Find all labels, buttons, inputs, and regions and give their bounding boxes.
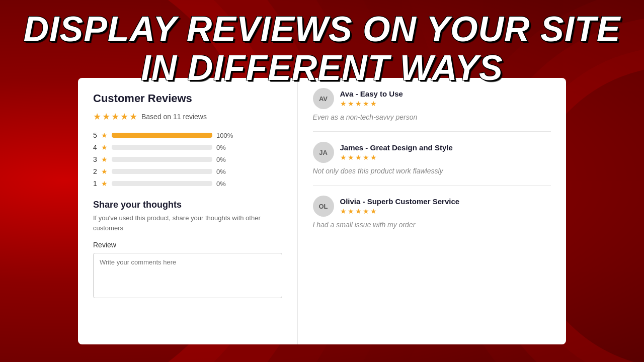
star: ★ [348,100,354,108]
bar-pct-2: 0% [216,168,234,175]
bar-label-1: 1 [93,179,97,188]
bar-pct-4: 0% [216,144,234,151]
bar-star-2: ★ [101,167,108,175]
bar-pct-3: 0% [216,156,234,163]
avatar: JA [313,142,334,163]
review-stars: ★ ★ ★ ★ ★ [340,153,453,161]
star: ★ [340,153,347,161]
star-5: ★ [129,111,137,122]
left-panel: Customer Reviews ★ ★ ★ ★ ★ Based on 11 r… [78,78,298,344]
star: ★ [370,100,377,108]
review-header: JA James - Great Design and Style ★ ★ ★ … [313,142,551,163]
review-textarea[interactable] [93,253,282,298]
review-text: Not only does this product work flawless… [313,167,551,175]
reviewer-name: Olivia - Superb Customer Service [340,197,460,206]
section-title: Customer Reviews [93,92,282,105]
review-header: OL Olivia - Superb Customer Service ★ ★ … [313,196,551,217]
right-panel: AV Ava - Easy to Use ★ ★ ★ ★ ★ Even as a… [298,78,567,344]
bar-pct-1: 0% [216,180,234,188]
page-title: DISPLAY REVIEWS ON YOUR SITE IN DIFFEREN… [0,10,644,87]
star: ★ [370,153,377,161]
reviewer-name: James - Great Design and Style [340,143,453,152]
bar-label-2: 2 [93,167,97,175]
bar-track-2 [112,169,212,174]
star: ★ [348,207,354,215]
star-2: ★ [102,111,110,122]
star: ★ [363,153,369,161]
reviewer-name: Ava - Easy to Use [340,89,403,98]
reviewer-info: James - Great Design and Style ★ ★ ★ ★ ★ [340,143,453,161]
review-stars: ★ ★ ★ ★ ★ [340,100,403,108]
star: ★ [340,100,347,108]
rating-summary: ★ ★ ★ ★ ★ Based on 11 reviews [93,111,282,122]
review-item: AV Ava - Easy to Use ★ ★ ★ ★ ★ Even as a… [313,88,551,132]
bar-label-5: 5 [93,131,97,139]
reviewer-info: Olivia - Superb Customer Service ★ ★ ★ ★… [340,197,460,215]
bar-track-4 [112,145,212,150]
review-header: AV Ava - Easy to Use ★ ★ ★ ★ ★ [313,88,551,109]
star-1: ★ [93,111,101,122]
review-label: Review [93,241,282,249]
share-title: Share your thoughts [93,200,282,210]
star-4: ★ [120,111,128,122]
bar-star-5: ★ [101,131,108,139]
bar-track-5 [112,133,212,138]
star: ★ [355,153,362,161]
star: ★ [370,207,377,215]
bar-row-4: 4 ★ 0% [93,143,282,151]
review-text: Even as a non-tech-savvy person [313,113,551,121]
rating-bars: 5 ★ 100% 4 ★ 0% 3 ★ [93,131,282,188]
avatar-initials: AV [319,95,328,103]
star: ★ [355,100,362,108]
bar-fill-5 [112,133,212,138]
reviewer-info: Ava - Easy to Use ★ ★ ★ ★ ★ [340,89,403,108]
bar-star-1: ★ [101,179,108,188]
avatar: OL [313,196,334,217]
bar-row-1: 1 ★ 0% [93,179,282,188]
bar-row-2: 2 ★ 0% [93,167,282,175]
avatar-initials: OL [318,203,328,210]
bar-star-3: ★ [101,155,108,163]
star: ★ [363,207,369,215]
based-on-text: Based on 11 reviews [141,113,207,121]
star: ★ [363,100,369,108]
main-card: Customer Reviews ★ ★ ★ ★ ★ Based on 11 r… [78,78,566,344]
bar-track-1 [112,181,212,186]
review-item: OL Olivia - Superb Customer Service ★ ★ … [313,196,551,239]
review-item: JA James - Great Design and Style ★ ★ ★ … [313,142,551,186]
bar-star-4: ★ [101,143,108,151]
bar-label-4: 4 [93,143,97,151]
bar-track-3 [112,157,212,162]
star: ★ [348,153,354,161]
star: ★ [340,207,347,215]
overall-stars: ★ ★ ★ ★ ★ [93,111,137,122]
share-description: If you've used this product, share your … [93,213,282,233]
review-stars: ★ ★ ★ ★ ★ [340,207,460,215]
review-text: I had a small issue with my order [313,221,551,229]
bar-pct-5: 100% [216,132,234,139]
bar-row-3: 3 ★ 0% [93,155,282,163]
bar-row-5: 5 ★ 100% [93,131,282,139]
header: DISPLAY REVIEWS ON YOUR SITE IN DIFFEREN… [0,10,644,87]
star: ★ [355,207,362,215]
bar-label-3: 3 [93,155,97,163]
avatar: AV [313,88,334,109]
star-3: ★ [111,111,119,122]
avatar-initials: JA [319,149,328,156]
